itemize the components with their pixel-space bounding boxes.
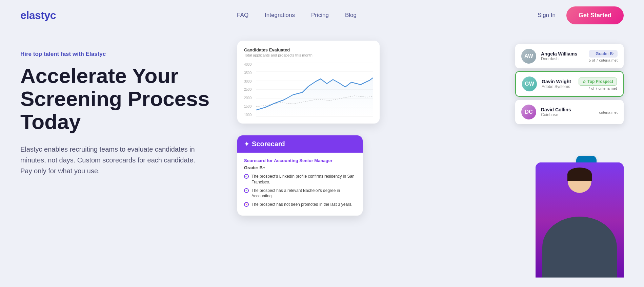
chart-area: 4000 3500 3000 2500 2000 1500 1000: [244, 63, 373, 117]
person-silhouette: [536, 162, 624, 278]
header: elastyc FAQ Integrations Pricing Blog Si…: [0, 0, 644, 30]
scorecard-for: Scorecard for Accounting Senior Manager: [244, 158, 356, 163]
header-right: Sign In Get Started: [538, 6, 624, 24]
chart-svg: [256, 63, 373, 117]
hero-title: Accelerate YourScreening ProcessToday: [20, 64, 217, 134]
person-hair: [567, 168, 592, 181]
chart-card: Candidates Evaluated Total applicants an…: [237, 41, 380, 124]
candidate-info-2: Gavin Wright Adobe Systems: [542, 79, 574, 89]
hero-section: Hire top talent fast with Elastyc Accele…: [0, 30, 644, 287]
scorecard-item-3: ✕ The prospect has not been promoted in …: [244, 202, 356, 207]
candidate-card-1: AW Angela Williams Doordash Grade: B- 5 …: [515, 44, 624, 68]
candidate-card-3: DC David Collins Coinbase criteria met: [515, 100, 624, 124]
candidate-company-1: Doordash: [541, 57, 584, 61]
criteria-met-3: criteria met: [599, 110, 618, 114]
scorecard-widget: ✦ Scorecard Scorecard for Accounting Sen…: [237, 135, 363, 216]
scorecard-grade: Grade: B+: [244, 165, 356, 170]
nav-blog[interactable]: Blog: [345, 12, 357, 19]
logo[interactable]: elastyc: [20, 9, 56, 22]
person-photo: [536, 162, 624, 278]
scorecard-item-1: ✓ The prospect's LinkedIn profile confir…: [244, 174, 356, 185]
scorecard-body: Scorecard for Accounting Senior Manager …: [237, 153, 363, 216]
candidate-info-1: Angela Williams Doordash: [541, 51, 584, 61]
check-icon-2: ✓: [245, 188, 248, 193]
scorecard-item-2: ✓ The prospect has a relevant Bachelor's…: [244, 188, 356, 199]
grade-badge-1: Grade: B-: [589, 50, 618, 58]
avatar-angela: AW: [521, 49, 536, 64]
sparkle-icon: ✦: [244, 140, 249, 148]
check-icon-1: ✓: [245, 174, 248, 179]
chart-y-labels: 4000 3500 3000 2500 2000 1500 1000: [244, 63, 255, 117]
x-icon-1: ✕: [245, 202, 248, 207]
scorecard-header: ✦ Scorecard: [237, 135, 363, 153]
scorecard-job-title: Accounting Senior Manager: [274, 158, 333, 163]
circle-icon-2: ✓: [244, 188, 249, 193]
candidate-company-3: Coinbase: [541, 112, 595, 117]
main-nav: FAQ Integrations Pricing Blog: [237, 12, 357, 19]
nav-integrations[interactable]: Integrations: [265, 12, 295, 19]
avatar-gavin: GW: [522, 76, 537, 91]
get-started-button[interactable]: Get Started: [566, 6, 624, 24]
candidate-company-2: Adobe Systems: [542, 84, 574, 89]
circle-icon-3: ✕: [244, 202, 249, 207]
chart-title: Candidates Evaluated: [244, 47, 373, 52]
sign-in-link[interactable]: Sign In: [538, 12, 556, 19]
avatar-david: DC: [521, 105, 536, 119]
top-prospect-badge: ☆ Top Prospect: [579, 78, 617, 86]
person-body: [542, 217, 617, 278]
scorecard-title: Scorecard: [252, 140, 285, 148]
criteria-met-1: 5 of 7 criteria met: [589, 58, 618, 62]
candidate-info-3: David Collins Coinbase: [541, 107, 595, 117]
circle-icon-1: ✓: [244, 174, 249, 179]
candidate-name-1: Angela Williams: [541, 51, 584, 57]
candidate-card-2: GW Gavin Wright Adobe Systems ☆ Top Pros…: [515, 71, 624, 97]
hero-tagline: Hire top talent fast with Elastyc: [20, 51, 217, 58]
candidate-name-3: David Collins: [541, 107, 595, 112]
nav-faq[interactable]: FAQ: [237, 12, 248, 19]
candidate-name-2: Gavin Wright: [542, 79, 574, 84]
hero-description: Elastyc enables recruiting teams to eval…: [20, 144, 197, 176]
criteria-met-2: 7 of 7 criteria met: [579, 86, 617, 90]
chart-subtitle: Total applicants and prospects this mont…: [244, 53, 373, 57]
hero-left: Hire top talent fast with Elastyc Accele…: [20, 41, 217, 176]
hero-right: Candidates Evaluated Total applicants an…: [237, 41, 624, 278]
nav-pricing[interactable]: Pricing: [311, 12, 329, 19]
svg-marker-7: [256, 78, 373, 117]
